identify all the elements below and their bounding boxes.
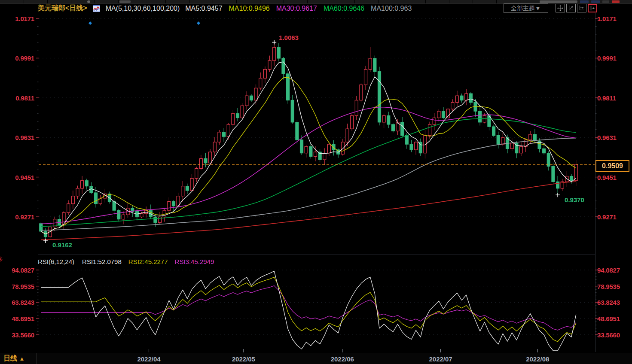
chart-header: 美元瑞郎<日线> MA(5,10,30,60,100,200) MA5:0.94… [38, 4, 418, 13]
top-strip-fragment [540, 0, 577, 3]
top-strip [0, 0, 632, 3]
rsi-axis-label: 33.5660 [4, 331, 34, 338]
top-strip-fragment [612, 0, 620, 3]
ma-value-label: MA30:0.9617 [276, 5, 317, 12]
top-strip-fragment [87, 0, 90, 3]
axis-scroll-right-icon[interactable] [577, 4, 586, 12]
event-marker-icon [197, 21, 200, 25]
price-axis-label: 0.9271 [4, 213, 34, 220]
chart-toolbar [556, 4, 597, 12]
price-annotation: 0.9162 [52, 241, 72, 249]
price-axis-label: 0.9451 [4, 173, 34, 181]
price-axis-label: 0.9631 [597, 134, 617, 141]
top-strip-divider [189, 0, 189, 3]
rsi-summary: RSI(6,12,24) [38, 258, 74, 265]
pan-crosshair-icon[interactable] [556, 4, 565, 12]
price-annotation: 1.0063 [279, 34, 299, 41]
ma-value-label: MA10:0.9496 [229, 5, 270, 12]
rsi-axis-label: 78.9535 [597, 282, 620, 290]
top-strip-divider [284, 0, 284, 3]
ma-value-label: MA100:0.963 [371, 5, 412, 12]
price-axis-label: 0.9991 [4, 55, 34, 62]
rsi-axis-label: 94.0827 [4, 267, 34, 274]
chart-window: 美元瑞郎<日线> MA(5,10,30,60,100,200) MA5:0.94… [0, 0, 632, 364]
rsi-axis-label: 33.5660 [597, 331, 620, 338]
top-strip-divider [47, 0, 48, 3]
event-marker-icon [89, 21, 92, 25]
rsi-values: RSI1:52.0798RSI2:45.2277RSI3:45.2949 [82, 258, 221, 265]
top-strip-divider [95, 0, 95, 3]
rsi-axis-label: 94.0827 [597, 267, 620, 274]
price-axis-label: 0.9451 [597, 173, 617, 181]
x-axis-month-label: 2022/07 [429, 355, 452, 363]
x-axis-month-label: 2022/05 [232, 355, 255, 363]
top-strip-divider [449, 0, 449, 3]
rsi-value-label: RSI2:45.2277 [128, 258, 168, 265]
top-strip-divider [142, 0, 142, 3]
top-strip-divider [165, 0, 166, 3]
top-strip-divider [496, 0, 497, 3]
period-selector[interactable]: 日线 ▲ [3, 354, 24, 363]
theme-dropdown-button[interactable]: 全部主题▼ [504, 3, 548, 13]
top-strip-divider [260, 0, 260, 3]
top-strip-divider [307, 0, 308, 3]
top-strip-divider [402, 0, 402, 3]
period-label: 日线 [3, 355, 17, 362]
price-annotation: 0.9370 [565, 196, 584, 203]
top-strip-divider [118, 0, 119, 3]
top-strip-divider [354, 0, 355, 3]
top-strip-fragment [119, 0, 131, 3]
rsi-header: RSI(6,12,24) RSI1:52.0798RSI2:45.2277RSI… [38, 258, 221, 265]
price-axis-label: 0.9811 [4, 94, 34, 101]
x-axis-month-label: 2022/06 [331, 355, 354, 363]
candlestick-chart-icon [93, 5, 100, 12]
price-axis-label: 0.9631 [4, 134, 34, 141]
x-axis-month-label: 2022/04 [137, 355, 160, 363]
ma-value-label: MA5:0.9457 [185, 5, 222, 12]
top-strip-divider [213, 0, 213, 3]
rsi-value-label: RSI1:52.0798 [82, 258, 122, 265]
top-strip-divider [520, 0, 520, 3]
price-axis-label: 0.9271 [597, 213, 617, 220]
rsi-axis-label: 78.9535 [4, 282, 34, 290]
rsi-axis-label: 63.8243 [4, 299, 34, 306]
rsi-axis-label: 48.6951 [597, 315, 620, 322]
top-strip-divider [236, 0, 237, 3]
top-strip-fragment [580, 0, 589, 3]
ma-value-label: MA60:0.9646 [324, 5, 364, 12]
rsi-axis-label: 63.8243 [597, 299, 620, 306]
edge-fragment-icon: ✳ [0, 255, 3, 264]
rsi-axis-label: 48.6951 [4, 315, 34, 322]
top-strip-divider [331, 0, 331, 3]
top-strip-divider [473, 0, 473, 3]
top-strip-divider [24, 0, 24, 3]
price-axis-label: 1.0171 [597, 15, 617, 22]
ma-values: MA5:0.9457MA10:0.9496MA30:0.9617MA60:0.9… [185, 5, 418, 12]
top-strip-divider [425, 0, 426, 3]
up-triangle-icon: ▲ [19, 355, 24, 362]
ma-summary: MA(5,10,30,60,100,200) [106, 5, 180, 12]
price-axis-label: 0.9991 [597, 55, 617, 62]
price-axis-label: 0.9811 [597, 94, 616, 101]
price-axis-label: 1.0171 [4, 15, 34, 22]
top-strip-fragment [591, 0, 600, 3]
price-chart-canvas[interactable] [0, 0, 632, 364]
top-strip-fragment [602, 0, 609, 3]
shift-chart-right-icon[interactable] [588, 4, 597, 12]
axis-zoom-in-icon[interactable] [566, 4, 576, 12]
top-strip-divider [378, 0, 379, 3]
last-price-tag: 0.9509 [595, 160, 629, 172]
rsi-value-label: RSI3:45.2949 [175, 258, 214, 265]
top-strip-divider [71, 0, 71, 3]
x-axis-month-label: 2022/08 [526, 355, 549, 363]
symbol-title: 美元瑞郎<日线> [38, 4, 87, 13]
